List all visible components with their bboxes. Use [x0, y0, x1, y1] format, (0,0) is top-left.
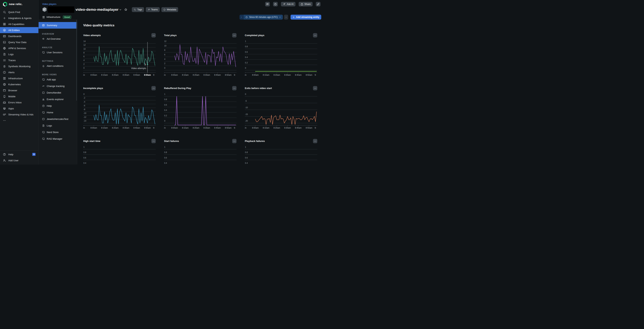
- svg-text:8:20am: 8:20am: [193, 127, 199, 129]
- entity-nav-label: Add app: [47, 78, 56, 81]
- ask-ai-button[interactable]: Ask AI: [281, 2, 295, 6]
- time-picker-next-button[interactable]: [284, 15, 288, 19]
- entity-nav-label: RAG Manager: [47, 137, 62, 140]
- entity-nav-item-nerd-store[interactable]: Nerd Store: [38, 129, 77, 135]
- entity-nav-item-rag-manager[interactable]: RAG Manager: [38, 135, 77, 142]
- svg-text:9:: 9:: [315, 127, 316, 129]
- entity-nav-item-home[interactable]: Home: [38, 109, 77, 116]
- chart-menu-button[interactable]: [152, 86, 156, 90]
- megaphone-icon: [42, 37, 45, 40]
- sidebar-item-mobile[interactable]: Mobile: [0, 93, 38, 99]
- entity-nav-item-demonerdlet[interactable]: DemoNerdlet: [38, 89, 77, 96]
- chart-rebuffered-during-play[interactable]: 10.80.60.40.20m8:00am8:10am8:20am8:30am8…: [164, 91, 236, 130]
- chart-menu-button[interactable]: [313, 33, 317, 37]
- sidebar-item-label: Kubernetes: [8, 83, 21, 86]
- charts-grid: Video attempts 14121086420m8:00am8:10am8…: [83, 33, 322, 164]
- chart-menu-button[interactable]: [232, 86, 236, 90]
- favorite-star-icon[interactable]: [124, 8, 128, 11]
- svg-text:-20: -20: [245, 120, 248, 122]
- sidebar-item-integrations-agents[interactable]: Integrations & Agents: [0, 15, 38, 21]
- svg-text:8:20am: 8:20am: [112, 74, 118, 76]
- sidebar-item-help[interactable]: Help9: [0, 151, 38, 157]
- entity-nav-label: Change tracking: [47, 85, 64, 87]
- tags-button[interactable]: Tags: [132, 7, 144, 12]
- svg-text:6: 6: [84, 55, 84, 58]
- chart-start-failures[interactable]: 10.80.60.40.20: [164, 144, 236, 164]
- sidebar-item-logs[interactable]: Logs: [0, 51, 38, 57]
- svg-text:8:10am: 8:10am: [263, 74, 269, 76]
- svg-text:0.4: 0.4: [84, 162, 86, 164]
- chart-panel-incomplete-plays: Incomplete plays 0-2-4-6-8-10-12-14m8:00…: [83, 86, 156, 130]
- sidebar-item-item[interactable]: [0, 117, 38, 123]
- add-streaming-entity-button[interactable]: Add streaming entity: [290, 15, 321, 19]
- sidebar-item-streaming-video-ads[interactable]: Streaming Video & Ads: [0, 111, 38, 117]
- sidebar-item-traces[interactable]: Traces: [0, 57, 38, 63]
- svg-text:-14: -14: [84, 120, 86, 122]
- entity-nav-item-logs[interactable]: Logs: [38, 122, 77, 129]
- sidebar-item-add-user[interactable]: Add User: [0, 157, 38, 163]
- share-button[interactable]: Share: [299, 2, 312, 6]
- sidebar-item-all-entities[interactable]: All Entities: [0, 27, 38, 33]
- chart-total-plays[interactable]: 121086420m8:00am8:10am8:20am8:30am8:40am…: [164, 38, 236, 77]
- sidebar-item-browser[interactable]: Browser: [0, 87, 38, 93]
- chart-menu-button[interactable]: [313, 86, 317, 90]
- svg-text:8: 8: [84, 51, 84, 54]
- chart-menu-button[interactable]: [313, 139, 317, 143]
- chart-high-start-time[interactable]: 10.80.60.40.20: [83, 144, 156, 164]
- chart-exits-before-video-start[interactable]: 0-5-10-15-20m8:00am8:10am8:20am8:30am8:4…: [245, 91, 317, 130]
- chart-menu-button[interactable]: [152, 139, 156, 143]
- sidebar-item-dashboards[interactable]: Dashboards: [0, 33, 38, 39]
- metadata-button[interactable]: Metadata: [162, 7, 178, 12]
- teams-button[interactable]: Teams: [146, 7, 160, 12]
- feedback-button[interactable]: [265, 2, 270, 6]
- svg-text:4: 4: [164, 58, 165, 60]
- svg-text:8:40am: 8:40am: [133, 74, 140, 76]
- chevron-down-icon[interactable]: [119, 8, 122, 11]
- chart-menu-button[interactable]: [232, 139, 236, 143]
- svg-text:-2: -2: [84, 97, 85, 99]
- sidebar-item-all-capabilities[interactable]: All Capabilities: [0, 21, 38, 27]
- chart-menu-button[interactable]: [232, 33, 236, 37]
- chart-playback-failures[interactable]: 10.80.60.40.20: [245, 144, 317, 164]
- copy-link-button[interactable]: [316, 2, 320, 6]
- entity-nav-item-help[interactable]: Help: [38, 103, 77, 109]
- chart-menu-button[interactable]: [152, 33, 156, 37]
- breadcrumb[interactable]: Video players: [42, 3, 56, 5]
- tag-icon: [134, 8, 136, 11]
- entity-hexagon-icon: [42, 7, 47, 12]
- chart-video-attempts[interactable]: 14121086420m8:00am8:10am8:20am8:30am8:40…: [83, 38, 156, 77]
- teams-icon: [148, 8, 150, 11]
- sidebar-item-alerts[interactable]: Alerts: [0, 69, 38, 75]
- sidebar-item-quick-find[interactable]: Quick Find: [0, 9, 38, 15]
- sidebar-item-kubernetes[interactable]: Kubernetes: [0, 81, 38, 87]
- brand-logo[interactable]: new relic.: [0, 0, 38, 6]
- chart-completed-plays[interactable]: 10.80.60.40.20m8:00am8:10am8:20am8:30am8…: [245, 38, 317, 77]
- chart-title: Total plays: [164, 34, 177, 37]
- chart-incomplete-plays[interactable]: 0-2-4-6-8-10-12-14m8:00am8:10am8:20am8:3…: [83, 91, 156, 130]
- entity-nav-item-ad-overview[interactable]: Ad Overview: [38, 35, 77, 42]
- sidebar-item-synthetic-monitoring[interactable]: Synthetic Monitoring: [0, 63, 38, 69]
- sidebar-item-apps[interactable]: Apps: [0, 105, 38, 111]
- svg-text:0: 0: [84, 67, 84, 69]
- svg-text:0.4: 0.4: [164, 162, 167, 164]
- sidebar-item-query-your-data[interactable]: Query Your Data: [0, 39, 38, 45]
- entity-nav-item-alert-conditions[interactable]: Alert conditions: [38, 63, 77, 69]
- chart-panel-exits-before-video-start: Exits before video start 0-5-10-15-20m8:…: [245, 86, 317, 130]
- entity-nav-item-add-app[interactable]: Add app: [38, 76, 77, 83]
- sidebar-item-errors-inbox[interactable]: Errors Inbox: [0, 99, 38, 105]
- app-check-icon: [42, 131, 45, 134]
- entity-nav-item-change-tracking[interactable]: Change tracking: [38, 83, 77, 89]
- entity-nav-item-user-sessions[interactable]: User Sessions: [38, 49, 77, 56]
- svg-text:9:: 9:: [234, 74, 236, 76]
- chart-title: Rebuffered During Play: [164, 87, 191, 90]
- svg-text:m: m: [245, 127, 246, 129]
- sidebar-item-apm-services[interactable]: APM & Services: [0, 45, 38, 51]
- time-picker-prev-button[interactable]: [240, 15, 244, 19]
- entity-nav-item-events-explorer[interactable]: Events explorer: [38, 96, 77, 103]
- entity-title[interactable]: video-demo-mediaplayer: [76, 7, 118, 12]
- entity-nav-item-jewelsherculestest[interactable]: JewelsHerculesTest: [38, 116, 77, 122]
- entity-nav-item-summary[interactable]: Summary: [38, 22, 77, 29]
- time-picker-button[interactable]: Since 60 minutes ago (UTC): [244, 15, 283, 19]
- help-button[interactable]: [273, 2, 278, 6]
- sidebar-item-infrastructure[interactable]: Infrastructure: [0, 75, 38, 81]
